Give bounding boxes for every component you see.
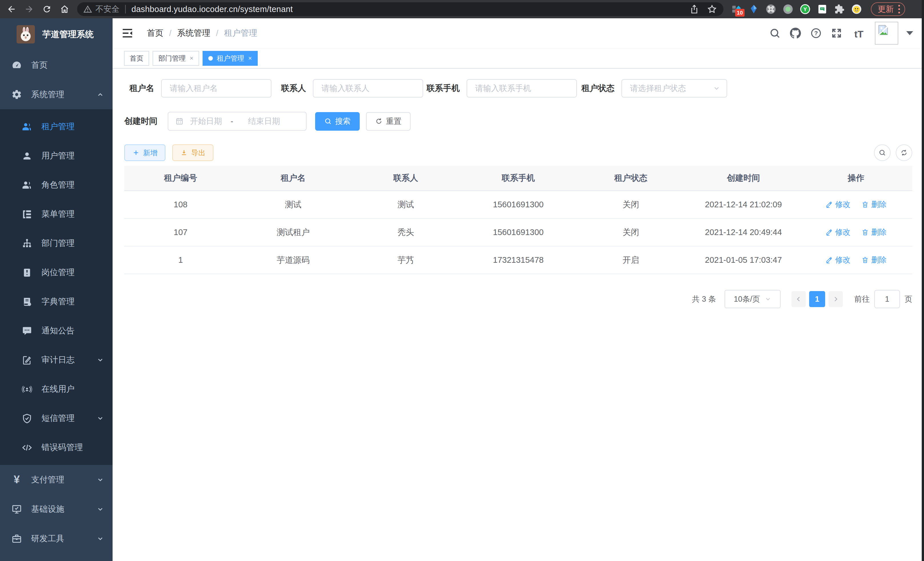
extension-badge: 10 xyxy=(735,9,745,17)
font-size-icon[interactable]: tT xyxy=(851,27,866,39)
sidebar-item-user[interactable]: 用户管理 xyxy=(0,141,112,170)
sidebar-item-payment[interactable]: ¥ 支付管理 xyxy=(0,465,112,494)
status-select[interactable]: 请选择租户状态 xyxy=(621,79,727,98)
app-window: 芋道管理系统 首页 系统管理 租户管理 xyxy=(0,18,924,561)
extension-record-icon[interactable] xyxy=(782,3,794,15)
sidebar-collapse-icon[interactable] xyxy=(121,27,134,39)
chevron-down-icon xyxy=(97,535,104,542)
github-icon[interactable] xyxy=(790,27,801,39)
tab-dept[interactable]: 部门管理× xyxy=(153,51,199,66)
sidebar-item-tenant[interactable]: 租户管理 xyxy=(0,112,112,141)
extension-kite-icon[interactable] xyxy=(748,3,759,15)
prev-page-button[interactable] xyxy=(791,291,806,307)
extension-command-icon[interactable] xyxy=(765,3,777,15)
extension-tag-icon[interactable]: 10 xyxy=(731,3,742,15)
sidebar-item-post[interactable]: 岗位管理 xyxy=(0,258,112,287)
browser-back-button[interactable] xyxy=(5,3,18,15)
add-button[interactable]: 新增 xyxy=(124,144,165,161)
address-bar[interactable]: 不安全 dashboard.yudao.iocoder.cn/system/te… xyxy=(77,2,723,16)
sidebar-item-error-code[interactable]: 错误码管理 xyxy=(0,433,112,462)
main-area: 首页 / 系统管理 / 租户管理 ? tT xyxy=(112,18,924,561)
delete-button[interactable]: 删除 xyxy=(861,227,886,237)
fullscreen-icon[interactable] xyxy=(831,27,842,39)
sidebar-item-system[interactable]: 系统管理 xyxy=(0,80,112,109)
edit-button[interactable]: 修改 xyxy=(825,199,850,210)
delete-button[interactable]: 删除 xyxy=(861,255,886,265)
browser-reload-button[interactable] xyxy=(40,3,53,15)
goto-page-input[interactable] xyxy=(874,290,900,308)
filter-mobile: 联系手机 xyxy=(427,79,577,98)
table-row: 108 测试 测试 15601691300 关闭 2021-12-14 21:0… xyxy=(124,191,912,218)
extension-y-icon[interactable]: Y xyxy=(800,3,811,15)
browser-forward-button[interactable] xyxy=(23,3,35,15)
tab-home[interactable]: 首页 xyxy=(124,51,149,66)
chevron-right-icon xyxy=(832,296,839,302)
edit-button[interactable]: 修改 xyxy=(825,255,850,265)
browser-update-button[interactable]: 更新 xyxy=(871,2,905,16)
sidebar-item-notice[interactable]: 通知公告 xyxy=(0,316,112,345)
breadcrumb-system[interactable]: 系统管理 xyxy=(177,27,210,39)
users-icon xyxy=(22,122,32,132)
sidebar-item-dict[interactable]: 字典管理 xyxy=(0,287,112,316)
col-status: 租户状态 xyxy=(574,166,687,191)
profile-emoji-icon[interactable] xyxy=(851,3,862,15)
edit-button[interactable]: 修改 xyxy=(825,227,850,237)
breadcrumb-home[interactable]: 首页 xyxy=(147,27,164,39)
delete-button[interactable]: 删除 xyxy=(861,199,886,210)
mobile-input[interactable] xyxy=(466,79,577,98)
sidebar-item-infra[interactable]: 基础设施 xyxy=(0,494,112,524)
breadcrumb-separator: / xyxy=(216,29,218,38)
filter-row-2: 创建时间 开始日期 - 结束日期 搜索 重置 xyxy=(124,112,912,131)
sidebar-item-dev-tools[interactable]: 研发工具 xyxy=(0,524,112,553)
tab-tenant[interactable]: 租户管理× xyxy=(202,51,258,66)
filter-tenant-name: 租户名 xyxy=(129,79,272,98)
trash-icon xyxy=(861,229,869,236)
contact-label: 联系人 xyxy=(281,83,306,94)
sidebar-item-audit-log[interactable]: 审计日志 xyxy=(0,345,112,375)
bookmark-star-icon[interactable] xyxy=(707,4,717,14)
table-header-row: 租户编号 租户名 联系人 联系手机 租户状态 创建时间 操作 xyxy=(124,166,912,191)
date-range-picker[interactable]: 开始日期 - 结束日期 xyxy=(168,112,307,131)
sidebar-item-dept[interactable]: 部门管理 xyxy=(0,229,112,258)
page-unit-label: 页 xyxy=(904,294,912,304)
online-users-icon xyxy=(22,384,32,395)
refresh-table-button[interactable] xyxy=(896,144,912,161)
sidebar-item-home[interactable]: 首页 xyxy=(0,50,112,80)
search-button[interactable]: 搜索 xyxy=(315,112,360,131)
browser-home-button[interactable] xyxy=(58,3,71,15)
sidebar-item-sms[interactable]: 短信管理 xyxy=(0,404,112,433)
next-page-button[interactable] xyxy=(829,291,843,307)
toggle-search-button[interactable] xyxy=(874,144,891,161)
url-text[interactable]: dashboard.yudao.iocoder.cn/system/tenant xyxy=(131,5,293,14)
trash-icon xyxy=(861,201,869,208)
share-icon[interactable] xyxy=(689,4,699,14)
sidebar-item-menu[interactable]: 菜单管理 xyxy=(0,200,112,229)
sidebar-item-role[interactable]: 角色管理 xyxy=(0,170,112,200)
extension-chat-icon[interactable] xyxy=(817,3,828,15)
role-users-icon xyxy=(22,180,32,190)
contact-input[interactable] xyxy=(313,79,423,98)
status-text: 开启 xyxy=(574,246,687,274)
close-tab-icon[interactable]: × xyxy=(248,55,252,62)
header-search-icon[interactable] xyxy=(769,27,781,39)
sidebar-item-online-users[interactable]: 在线用户 xyxy=(0,375,112,404)
browser-menu-icon[interactable] xyxy=(898,5,900,14)
export-button[interactable]: 导出 xyxy=(172,144,213,161)
close-tab-icon[interactable]: × xyxy=(190,55,194,62)
extensions-puzzle-icon[interactable] xyxy=(834,3,845,15)
update-label: 更新 xyxy=(878,4,894,15)
yen-icon: ¥ xyxy=(11,474,22,486)
page-size-select[interactable]: 10条/页 xyxy=(724,290,781,308)
user-avatar[interactable] xyxy=(875,22,898,45)
sidebar-logo[interactable]: 芋道管理系统 xyxy=(0,18,112,50)
start-date-placeholder: 开始日期 xyxy=(190,116,222,127)
tenant-name-input[interactable] xyxy=(161,79,272,98)
page-number-1[interactable]: 1 xyxy=(809,291,825,307)
avatar-dropdown-caret-icon[interactable] xyxy=(906,31,913,35)
col-mobile: 联系手机 xyxy=(462,166,574,191)
sidebar-menu: 首页 系统管理 租户管理 用户管理 xyxy=(0,50,112,553)
help-icon[interactable]: ? xyxy=(810,27,822,39)
chevron-left-icon xyxy=(795,296,802,302)
message-icon xyxy=(22,326,32,336)
reset-button[interactable]: 重置 xyxy=(366,112,411,131)
